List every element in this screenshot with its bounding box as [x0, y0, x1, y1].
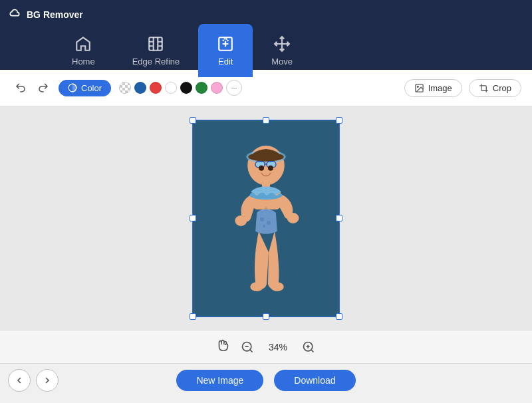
swatch-pink[interactable] — [211, 82, 223, 94]
prev-next-group — [8, 369, 59, 392]
toolbar-right: Image Crop — [404, 79, 521, 97]
svg-point-20 — [260, 217, 264, 221]
resize-handle-ml[interactable] — [190, 215, 196, 221]
svg-point-11 — [235, 215, 247, 226]
image-button[interactable]: Image — [404, 79, 462, 97]
prev-button[interactable] — [8, 369, 31, 392]
toolbar-left: Color ··· — [11, 78, 398, 98]
svg-point-12 — [287, 213, 299, 223]
color-wheel-icon — [68, 83, 77, 92]
zoom-level: 34% — [265, 342, 291, 352]
tab-edge-refine-label: Edge Refine — [132, 57, 180, 67]
color-swatches: ··· — [119, 80, 242, 96]
color-button[interactable]: Color — [59, 80, 111, 96]
child-image — [193, 120, 339, 317]
tab-move-label: Move — [271, 57, 293, 67]
resize-handle-br[interactable] — [336, 313, 342, 320]
swatch-transparent[interactable] — [119, 82, 131, 94]
svg-point-18 — [259, 165, 264, 170]
svg-rect-0 — [150, 37, 163, 51]
redo-icon — [37, 82, 49, 94]
next-button[interactable] — [36, 369, 59, 392]
edge-icon — [147, 35, 164, 53]
resize-handle-tl[interactable] — [190, 117, 196, 124]
image-btn-label: Image — [428, 83, 452, 93]
chevron-left-icon — [14, 375, 25, 386]
tab-edit-label: Edit — [218, 57, 233, 67]
image-icon — [414, 83, 424, 93]
resize-handle-bm[interactable] — [263, 313, 269, 320]
crop-button[interactable]: Crop — [469, 79, 521, 97]
crop-btn-label: Crop — [493, 83, 511, 93]
swatch-black[interactable] — [180, 82, 192, 94]
cloud-icon — [8, 8, 21, 21]
edit-icon — [217, 35, 234, 53]
svg-point-4 — [417, 86, 418, 87]
resize-handle-bl[interactable] — [190, 313, 196, 320]
tab-edit[interactable]: Edit — [198, 24, 253, 77]
brand-logo: BG Remover — [8, 8, 83, 21]
tab-move[interactable]: Move — [253, 24, 311, 77]
tab-edge-refine[interactable]: Edge Refine — [114, 24, 199, 77]
image-background — [193, 120, 339, 317]
canvas-area — [0, 106, 532, 330]
svg-point-9 — [250, 282, 263, 291]
swatch-red[interactable] — [150, 82, 162, 94]
svg-point-22 — [263, 224, 265, 227]
download-button[interactable]: Download — [274, 370, 355, 391]
home-icon — [74, 35, 92, 53]
tab-home[interactable]: Home — [53, 24, 114, 77]
nav-tabs: Home Edge Refine Edit Move — [53, 7, 519, 77]
undo-button[interactable] — [11, 78, 31, 98]
resize-handle-tr[interactable] — [336, 117, 342, 124]
image-container[interactable] — [192, 120, 340, 317]
undo-redo-group — [11, 78, 53, 98]
swatch-white[interactable] — [165, 82, 177, 94]
resize-handle-tm[interactable] — [263, 117, 269, 124]
tab-home-label: Home — [72, 57, 95, 67]
resize-handle-mr[interactable] — [336, 215, 342, 221]
swatch-blue[interactable] — [134, 82, 146, 94]
undo-icon — [15, 82, 27, 94]
move-icon — [273, 35, 291, 53]
svg-point-21 — [267, 220, 271, 224]
zoom-out-button[interactable] — [239, 339, 255, 355]
action-bar: New Image Download — [0, 363, 532, 396]
zoom-bar: 34% — [0, 330, 532, 363]
svg-point-19 — [268, 165, 273, 170]
hand-tool-icon[interactable] — [215, 338, 230, 356]
svg-point-23 — [265, 206, 267, 209]
swatch-green[interactable] — [196, 82, 207, 94]
crop-icon — [479, 83, 489, 93]
redo-button[interactable] — [33, 78, 53, 98]
more-colors-button[interactable]: ··· — [226, 80, 242, 96]
zoom-in-button[interactable] — [301, 339, 317, 355]
brand-name: BG Remover — [27, 9, 83, 20]
color-btn-label: Color — [81, 83, 102, 93]
chevron-right-icon — [42, 375, 53, 386]
new-image-button[interactable]: New Image — [176, 370, 263, 391]
svg-point-10 — [271, 282, 284, 291]
